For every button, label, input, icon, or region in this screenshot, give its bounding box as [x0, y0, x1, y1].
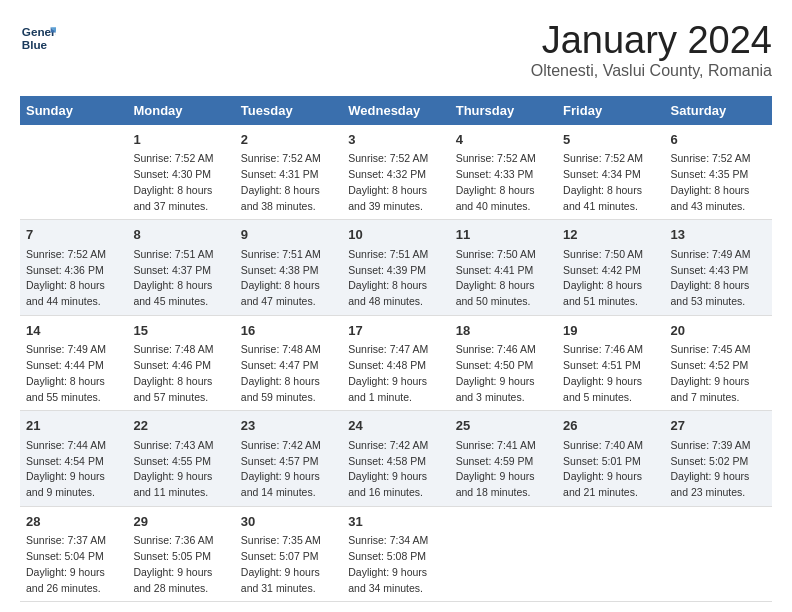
- day-number: 27: [671, 416, 766, 436]
- day-number: 26: [563, 416, 658, 436]
- day-number: 9: [241, 225, 336, 245]
- cell-content: Sunrise: 7:39 AM Sunset: 5:02 PM Dayligh…: [671, 438, 766, 501]
- cell-content: Sunrise: 7:52 AM Sunset: 4:34 PM Dayligh…: [563, 151, 658, 214]
- cell-content: Sunrise: 7:42 AM Sunset: 4:57 PM Dayligh…: [241, 438, 336, 501]
- cell-content: Sunrise: 7:52 AM Sunset: 4:32 PM Dayligh…: [348, 151, 443, 214]
- day-number: 13: [671, 225, 766, 245]
- cell-content: Sunrise: 7:50 AM Sunset: 4:41 PM Dayligh…: [456, 247, 551, 310]
- calendar-cell: 10Sunrise: 7:51 AM Sunset: 4:39 PM Dayli…: [342, 220, 449, 316]
- cell-content: Sunrise: 7:51 AM Sunset: 4:38 PM Dayligh…: [241, 247, 336, 310]
- day-number: 22: [133, 416, 228, 436]
- calendar-cell: 28Sunrise: 7:37 AM Sunset: 5:04 PM Dayli…: [20, 506, 127, 602]
- week-row-3: 14Sunrise: 7:49 AM Sunset: 4:44 PM Dayli…: [20, 315, 772, 411]
- cell-content: Sunrise: 7:44 AM Sunset: 4:54 PM Dayligh…: [26, 438, 121, 501]
- title-block: January 2024 Oltenesti, Vaslui County, R…: [531, 20, 772, 80]
- day-number: 11: [456, 225, 551, 245]
- day-number: 3: [348, 130, 443, 150]
- col-header-saturday: Saturday: [665, 96, 772, 125]
- calendar-cell: 2Sunrise: 7:52 AM Sunset: 4:31 PM Daylig…: [235, 125, 342, 220]
- calendar-cell: 31Sunrise: 7:34 AM Sunset: 5:08 PM Dayli…: [342, 506, 449, 602]
- day-number: 24: [348, 416, 443, 436]
- cell-content: Sunrise: 7:46 AM Sunset: 4:50 PM Dayligh…: [456, 342, 551, 405]
- cell-content: Sunrise: 7:51 AM Sunset: 4:37 PM Dayligh…: [133, 247, 228, 310]
- cell-content: Sunrise: 7:51 AM Sunset: 4:39 PM Dayligh…: [348, 247, 443, 310]
- day-number: 5: [563, 130, 658, 150]
- cell-content: Sunrise: 7:46 AM Sunset: 4:51 PM Dayligh…: [563, 342, 658, 405]
- logo: General Blue: [20, 20, 56, 56]
- cell-content: Sunrise: 7:42 AM Sunset: 4:58 PM Dayligh…: [348, 438, 443, 501]
- calendar-cell: 11Sunrise: 7:50 AM Sunset: 4:41 PM Dayli…: [450, 220, 557, 316]
- day-number: 29: [133, 512, 228, 532]
- calendar-cell: 5Sunrise: 7:52 AM Sunset: 4:34 PM Daylig…: [557, 125, 664, 220]
- calendar-cell: 13Sunrise: 7:49 AM Sunset: 4:43 PM Dayli…: [665, 220, 772, 316]
- calendar-cell: 29Sunrise: 7:36 AM Sunset: 5:05 PM Dayli…: [127, 506, 234, 602]
- calendar-cell: 8Sunrise: 7:51 AM Sunset: 4:37 PM Daylig…: [127, 220, 234, 316]
- day-number: 15: [133, 321, 228, 341]
- calendar-table: SundayMondayTuesdayWednesdayThursdayFrid…: [20, 96, 772, 603]
- cell-content: Sunrise: 7:36 AM Sunset: 5:05 PM Dayligh…: [133, 533, 228, 596]
- day-number: 18: [456, 321, 551, 341]
- cell-content: Sunrise: 7:35 AM Sunset: 5:07 PM Dayligh…: [241, 533, 336, 596]
- day-number: 16: [241, 321, 336, 341]
- cell-content: Sunrise: 7:41 AM Sunset: 4:59 PM Dayligh…: [456, 438, 551, 501]
- cell-content: Sunrise: 7:52 AM Sunset: 4:30 PM Dayligh…: [133, 151, 228, 214]
- cell-content: Sunrise: 7:47 AM Sunset: 4:48 PM Dayligh…: [348, 342, 443, 405]
- calendar-cell: [557, 506, 664, 602]
- cell-content: Sunrise: 7:48 AM Sunset: 4:47 PM Dayligh…: [241, 342, 336, 405]
- col-header-monday: Monday: [127, 96, 234, 125]
- col-header-friday: Friday: [557, 96, 664, 125]
- calendar-cell: 26Sunrise: 7:40 AM Sunset: 5:01 PM Dayli…: [557, 411, 664, 507]
- cell-content: Sunrise: 7:37 AM Sunset: 5:04 PM Dayligh…: [26, 533, 121, 596]
- calendar-cell: 22Sunrise: 7:43 AM Sunset: 4:55 PM Dayli…: [127, 411, 234, 507]
- calendar-cell: 6Sunrise: 7:52 AM Sunset: 4:35 PM Daylig…: [665, 125, 772, 220]
- day-number: 21: [26, 416, 121, 436]
- day-number: 17: [348, 321, 443, 341]
- calendar-cell: 17Sunrise: 7:47 AM Sunset: 4:48 PM Dayli…: [342, 315, 449, 411]
- day-number: 8: [133, 225, 228, 245]
- day-number: 28: [26, 512, 121, 532]
- day-number: 2: [241, 130, 336, 150]
- cell-content: Sunrise: 7:50 AM Sunset: 4:42 PM Dayligh…: [563, 247, 658, 310]
- calendar-cell: 9Sunrise: 7:51 AM Sunset: 4:38 PM Daylig…: [235, 220, 342, 316]
- subtitle: Oltenesti, Vaslui County, Romania: [531, 62, 772, 80]
- day-number: 1: [133, 130, 228, 150]
- col-header-sunday: Sunday: [20, 96, 127, 125]
- day-number: 6: [671, 130, 766, 150]
- calendar-cell: [450, 506, 557, 602]
- calendar-cell: 3Sunrise: 7:52 AM Sunset: 4:32 PM Daylig…: [342, 125, 449, 220]
- day-number: 7: [26, 225, 121, 245]
- col-header-tuesday: Tuesday: [235, 96, 342, 125]
- main-title: January 2024: [531, 20, 772, 62]
- cell-content: Sunrise: 7:52 AM Sunset: 4:31 PM Dayligh…: [241, 151, 336, 214]
- cell-content: Sunrise: 7:49 AM Sunset: 4:44 PM Dayligh…: [26, 342, 121, 405]
- week-row-5: 28Sunrise: 7:37 AM Sunset: 5:04 PM Dayli…: [20, 506, 772, 602]
- cell-content: Sunrise: 7:45 AM Sunset: 4:52 PM Dayligh…: [671, 342, 766, 405]
- calendar-cell: 4Sunrise: 7:52 AM Sunset: 4:33 PM Daylig…: [450, 125, 557, 220]
- week-row-2: 7Sunrise: 7:52 AM Sunset: 4:36 PM Daylig…: [20, 220, 772, 316]
- cell-content: Sunrise: 7:52 AM Sunset: 4:33 PM Dayligh…: [456, 151, 551, 214]
- day-number: 23: [241, 416, 336, 436]
- logo-icon: General Blue: [20, 20, 56, 56]
- calendar-cell: 21Sunrise: 7:44 AM Sunset: 4:54 PM Dayli…: [20, 411, 127, 507]
- cell-content: Sunrise: 7:49 AM Sunset: 4:43 PM Dayligh…: [671, 247, 766, 310]
- calendar-cell: 27Sunrise: 7:39 AM Sunset: 5:02 PM Dayli…: [665, 411, 772, 507]
- calendar-cell: 24Sunrise: 7:42 AM Sunset: 4:58 PM Dayli…: [342, 411, 449, 507]
- calendar-cell: 23Sunrise: 7:42 AM Sunset: 4:57 PM Dayli…: [235, 411, 342, 507]
- calendar-cell: 20Sunrise: 7:45 AM Sunset: 4:52 PM Dayli…: [665, 315, 772, 411]
- week-row-1: 1Sunrise: 7:52 AM Sunset: 4:30 PM Daylig…: [20, 125, 772, 220]
- calendar-cell: 14Sunrise: 7:49 AM Sunset: 4:44 PM Dayli…: [20, 315, 127, 411]
- cell-content: Sunrise: 7:52 AM Sunset: 4:35 PM Dayligh…: [671, 151, 766, 214]
- header-row: SundayMondayTuesdayWednesdayThursdayFrid…: [20, 96, 772, 125]
- calendar-cell: [665, 506, 772, 602]
- cell-content: Sunrise: 7:40 AM Sunset: 5:01 PM Dayligh…: [563, 438, 658, 501]
- day-number: 19: [563, 321, 658, 341]
- calendar-cell: [20, 125, 127, 220]
- col-header-wednesday: Wednesday: [342, 96, 449, 125]
- header: General Blue January 2024 Oltenesti, Vas…: [20, 20, 772, 80]
- svg-text:Blue: Blue: [22, 38, 48, 51]
- cell-content: Sunrise: 7:48 AM Sunset: 4:46 PM Dayligh…: [133, 342, 228, 405]
- calendar-cell: 16Sunrise: 7:48 AM Sunset: 4:47 PM Dayli…: [235, 315, 342, 411]
- calendar-cell: 25Sunrise: 7:41 AM Sunset: 4:59 PM Dayli…: [450, 411, 557, 507]
- cell-content: Sunrise: 7:34 AM Sunset: 5:08 PM Dayligh…: [348, 533, 443, 596]
- cell-content: Sunrise: 7:43 AM Sunset: 4:55 PM Dayligh…: [133, 438, 228, 501]
